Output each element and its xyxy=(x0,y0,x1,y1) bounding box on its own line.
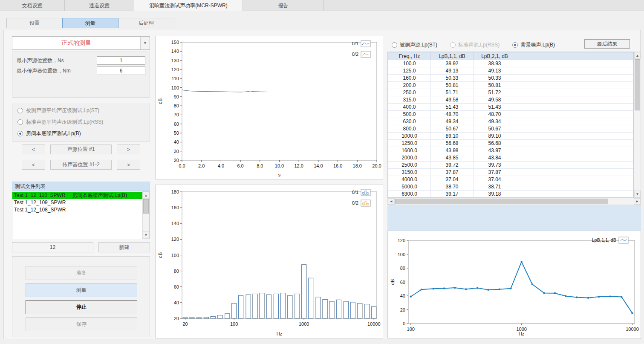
svg-text:10.0: 10.0 xyxy=(275,163,284,168)
result-source-radio-group: 被测声源,Lp(ST) 标准声源,Lp(RSS) 背景噪声,Lp(B) xyxy=(392,40,555,50)
radio-result-lp-rss[interactable]: 标准声源,Lp(RSS) xyxy=(450,41,500,49)
file-count-button[interactable]: 12 xyxy=(12,242,93,252)
mic-next-button[interactable]: > xyxy=(117,160,140,170)
mic-prev-button[interactable]: < xyxy=(22,160,45,170)
scrollbar-track[interactable] xyxy=(395,198,634,205)
new-file-button[interactable]: 新建 xyxy=(98,242,150,252)
scroll-up-icon[interactable]: ▲ xyxy=(143,192,149,199)
table-cell: 50.67 xyxy=(474,125,516,133)
scroll-right-icon[interactable]: ► xyxy=(634,198,641,205)
svg-text:10000: 10000 xyxy=(626,327,639,332)
measurement-mode-select[interactable]: 正式的测量 ▼ xyxy=(12,36,150,50)
radio-test-lp-st[interactable]: 被测声源平均声压级测试,Lp(ST) xyxy=(12,105,150,116)
table-row[interactable]: 200.050.8150.81 xyxy=(388,82,633,89)
file-list-item[interactable]: Test 1_12_109_SPWR xyxy=(12,199,142,206)
svg-text:60: 60 xyxy=(400,280,405,285)
table-row[interactable]: 1000.089.1089.10 xyxy=(388,133,633,140)
svg-text:40: 40 xyxy=(174,300,179,305)
radio-result-lp-b[interactable]: 背景噪声,Lp(B) xyxy=(512,41,555,49)
svg-text:30: 30 xyxy=(174,149,179,154)
scrollbar-track[interactable] xyxy=(634,59,641,191)
svg-text:60: 60 xyxy=(174,284,179,289)
table-cell: 200.0 xyxy=(388,82,431,89)
file-list-item[interactable]: Test 1_12_108_SPWR xyxy=(12,206,142,214)
table-row[interactable]: 800.050.6750.67 xyxy=(388,125,633,133)
table-row[interactable]: 1250.056.6856.68 xyxy=(388,140,633,147)
subtab-settings[interactable]: 设置 xyxy=(6,18,63,28)
prepare-button[interactable]: 准备 xyxy=(26,266,137,280)
subtab-postprocess[interactable]: 后处理 xyxy=(118,18,174,28)
table-cell-filler xyxy=(516,147,633,154)
table-row[interactable]: 630.049.3449.34 xyxy=(388,118,633,125)
table-row[interactable]: 100.038.9238.93 xyxy=(388,60,633,67)
table-horizontal-scrollbar[interactable]: ◄ ► xyxy=(387,198,641,205)
table-cell-filler xyxy=(516,140,633,147)
radio-label: 房间本底噪声测试,Lp(B) xyxy=(26,130,81,137)
file-list-item[interactable]: Test 1_12_110_SPWR房间本底噪声测试,Lp(B) xyxy=(12,192,142,199)
radio-test-lp-b[interactable]: 房间本底噪声测试,Lp(B) xyxy=(12,128,150,139)
svg-text:LpB,1,1, dB: LpB,1,1, dB xyxy=(592,237,617,243)
table-row[interactable]: 5000.038.7038.71 xyxy=(388,183,633,191)
table-row[interactable]: 315.049.5849.58 xyxy=(388,96,633,104)
scrollbar-thumb[interactable] xyxy=(635,59,640,110)
nm-label: 最小传声器位置数，Nm xyxy=(17,67,97,75)
position-count-group: 最小声源位置数，Ns 1 最小传声器位置数，Nm 6 xyxy=(12,52,150,98)
table-row[interactable]: 125.049.1349.13 xyxy=(388,67,633,75)
svg-text:50: 50 xyxy=(174,130,179,136)
source-position-button[interactable]: 声源位置 #1 xyxy=(50,145,112,154)
svg-text:4.0: 4.0 xyxy=(218,163,224,168)
table-row[interactable]: 4000.037.0437.04 xyxy=(388,176,633,183)
final-result-button[interactable]: 最后结果 xyxy=(584,39,630,49)
tab-channel-settings[interactable]: 通道设置 xyxy=(65,0,134,11)
measure-button[interactable]: 测量 xyxy=(26,283,137,297)
table-row[interactable]: 6300.039.1739.18 xyxy=(388,191,633,198)
table-row[interactable]: 500.048.7048.70 xyxy=(388,111,633,118)
table-cell: 39.72 xyxy=(431,162,474,169)
table-row[interactable]: 3150.037.8737.87 xyxy=(388,169,633,176)
radio-test-lp-rss[interactable]: 标准声源平均声压级测试,Lp(RSS) xyxy=(12,116,150,128)
file-list-scrollbar[interactable]: ▲ ▼ xyxy=(142,191,150,239)
svg-text:130: 130 xyxy=(171,58,179,63)
scroll-left-icon[interactable]: ◄ xyxy=(388,198,395,205)
svg-text:20: 20 xyxy=(174,316,179,321)
tab-document-settings[interactable]: 文档设置 xyxy=(0,0,65,11)
source-prev-button[interactable]: < xyxy=(22,145,45,154)
table-row[interactable]: 250.051.7151.72 xyxy=(388,89,633,96)
subtab-measure[interactable]: 测量 xyxy=(62,18,118,28)
tab-report[interactable]: 报告 xyxy=(243,0,324,11)
svg-text:20.0: 20.0 xyxy=(372,163,381,168)
ns-input[interactable]: 1 xyxy=(97,56,145,65)
scrollbar-thumb[interactable] xyxy=(143,199,149,214)
table-cell: 50.81 xyxy=(431,82,474,89)
table-cell-filler xyxy=(516,191,633,198)
save-button[interactable]: 保存 xyxy=(26,317,137,331)
radio-result-lp-st[interactable]: 被测声源,Lp(ST) xyxy=(392,41,437,49)
table-row[interactable]: 2000.043.8543.84 xyxy=(388,154,633,162)
svg-text:80: 80 xyxy=(174,103,179,108)
scroll-down-icon[interactable]: ▼ xyxy=(634,191,641,197)
svg-text:60: 60 xyxy=(174,121,179,127)
table-row[interactable]: 2500.039.7239.73 xyxy=(388,162,633,169)
stop-button[interactable]: 停止 xyxy=(26,300,137,314)
chevron-down-icon[interactable]: ▼ xyxy=(140,37,150,49)
table-row[interactable]: 1600.043.9843.97 xyxy=(388,147,633,154)
scroll-up-icon[interactable]: ▲ xyxy=(634,52,641,59)
test-mode-group: 被测声源平均声压级测试,Lp(ST) 标准声源平均声压级测试,Lp(RSS) 房… xyxy=(12,103,150,142)
table-row[interactable]: 400.051.4351.43 xyxy=(388,104,633,111)
tab-mcr-spwr[interactable]: 混响室法测试声功率(MCR-SPWR) xyxy=(134,0,243,11)
nm-input[interactable]: 6 xyxy=(97,66,145,75)
svg-text:140: 140 xyxy=(171,49,179,54)
scrollbar-thumb[interactable] xyxy=(395,199,608,204)
mic-position-button[interactable]: 传声器位置 #1-2 xyxy=(50,160,112,170)
file-name: Test 1_12_109_SPWR xyxy=(14,199,66,205)
table-cell: 160.0 xyxy=(388,75,431,82)
source-next-button[interactable]: > xyxy=(117,145,140,154)
svg-text:12.0: 12.0 xyxy=(294,163,303,168)
svg-text:8.0: 8.0 xyxy=(257,163,263,168)
table-vertical-scrollbar[interactable]: ▲ ▼ xyxy=(634,52,641,198)
table-cell: 39.17 xyxy=(431,191,474,198)
table-row[interactable]: 160.050.3350.33 xyxy=(388,75,633,82)
scroll-down-icon[interactable]: ▼ xyxy=(143,231,149,238)
scrollbar-track[interactable] xyxy=(143,199,149,231)
table-cell-filler xyxy=(516,111,633,118)
